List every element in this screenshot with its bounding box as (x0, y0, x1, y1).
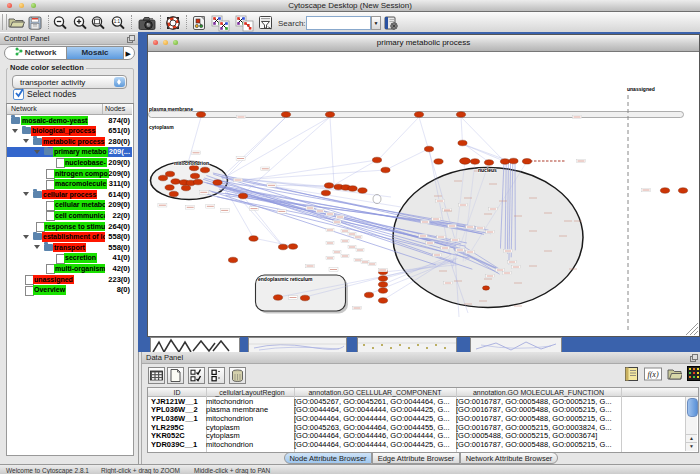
svg-text:plasma membrane: plasma membrane (149, 106, 193, 112)
svg-text:1:1: 1:1 (114, 19, 121, 24)
svg-text:endoplasmic reticulum: endoplasmic reticulum (258, 276, 313, 282)
svg-text:unassigned: unassigned (627, 86, 655, 92)
svg-text:cytoplasm: cytoplasm (149, 124, 174, 130)
svg-text:mitochondrion: mitochondrion (174, 160, 209, 166)
svg-text:f(x): f(x) (647, 370, 658, 379)
svg-text:nucleus: nucleus (478, 167, 497, 173)
